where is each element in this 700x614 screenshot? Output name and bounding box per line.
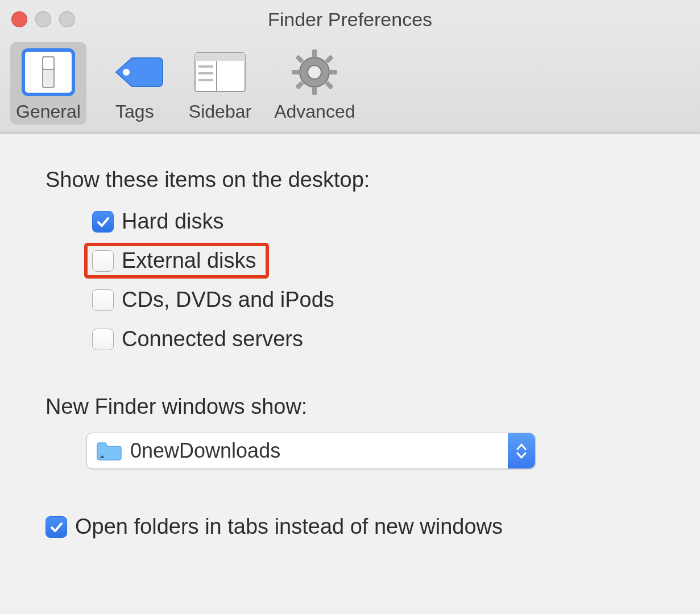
svg-point-11 bbox=[308, 65, 321, 79]
minimize-window-button[interactable] bbox=[35, 11, 51, 27]
gear-icon bbox=[283, 47, 346, 98]
dropdown-value: 0newDownloads bbox=[130, 439, 280, 463]
checkbox-box bbox=[92, 250, 114, 272]
chevron-up-down-icon bbox=[508, 433, 535, 468]
svg-rect-18 bbox=[296, 81, 305, 90]
checkbox-label: Connected servers bbox=[122, 327, 303, 351]
traffic-lights bbox=[11, 11, 75, 27]
tab-label: General bbox=[16, 101, 81, 122]
tab-general[interactable]: General bbox=[10, 42, 86, 125]
prefs-window: Finder Preferences General Tags bbox=[0, 0, 700, 134]
svg-point-3 bbox=[123, 69, 130, 76]
checkbox-label: Open folders in tabs instead of new wind… bbox=[75, 515, 503, 539]
checkbox-label: External disks bbox=[122, 248, 256, 273]
svg-rect-2 bbox=[43, 57, 54, 69]
tab-label: Sidebar bbox=[189, 101, 251, 122]
new-finder-windows-heading: New Finder windows show: bbox=[45, 395, 655, 419]
checkbox-box bbox=[92, 329, 114, 350]
checkbox-box bbox=[92, 211, 114, 233]
svg-rect-13 bbox=[312, 87, 317, 95]
new-finder-windows-dropdown[interactable]: 0newDownloads bbox=[86, 433, 536, 469]
tab-label: Tags bbox=[115, 101, 154, 122]
zoom-window-button[interactable] bbox=[59, 11, 75, 27]
prefs-toolbar: General Tags S bbox=[0, 39, 700, 133]
tab-tags[interactable]: Tags bbox=[98, 42, 172, 125]
checkbox-open-folders-in-tabs[interactable]: Open folders in tabs instead of new wind… bbox=[45, 515, 655, 539]
tab-sidebar[interactable]: Sidebar bbox=[183, 42, 257, 125]
checkbox-connected-servers[interactable]: Connected servers bbox=[86, 323, 655, 355]
desktop-items-heading: Show these items on the desktop: bbox=[45, 168, 655, 192]
checkbox-external-disks[interactable]: External disks bbox=[86, 245, 267, 276]
sidebar-icon bbox=[189, 47, 251, 98]
checkbox-label: CDs, DVDs and iPods bbox=[122, 288, 334, 312]
checkbox-box bbox=[45, 516, 67, 538]
desktop-items-list: Hard disks External disks CDs, DVDs and … bbox=[86, 206, 655, 355]
svg-rect-15 bbox=[329, 70, 337, 74]
svg-rect-19 bbox=[325, 81, 334, 90]
tab-label: Advanced bbox=[274, 101, 355, 122]
prefs-body: Show these items on the desktop: Hard di… bbox=[0, 134, 700, 562]
folder-icon bbox=[96, 441, 122, 461]
svg-rect-17 bbox=[325, 55, 334, 64]
svg-rect-14 bbox=[292, 70, 300, 74]
close-window-button[interactable] bbox=[11, 11, 27, 27]
svg-rect-5 bbox=[195, 53, 245, 61]
checkbox-hard-disks[interactable]: Hard disks bbox=[86, 206, 655, 237]
svg-rect-16 bbox=[296, 55, 305, 64]
tab-advanced[interactable]: Advanced bbox=[268, 42, 361, 125]
checkbox-cds-dvds-ipods[interactable]: CDs, DVDs and iPods bbox=[86, 284, 655, 316]
checkbox-label: Hard disks bbox=[122, 209, 224, 234]
switch-icon bbox=[17, 47, 80, 98]
checkbox-box bbox=[92, 289, 114, 311]
window-title: Finder Preferences bbox=[0, 9, 700, 31]
svg-rect-12 bbox=[312, 49, 317, 57]
tag-icon bbox=[103, 47, 166, 98]
titlebar: Finder Preferences bbox=[0, 0, 700, 39]
